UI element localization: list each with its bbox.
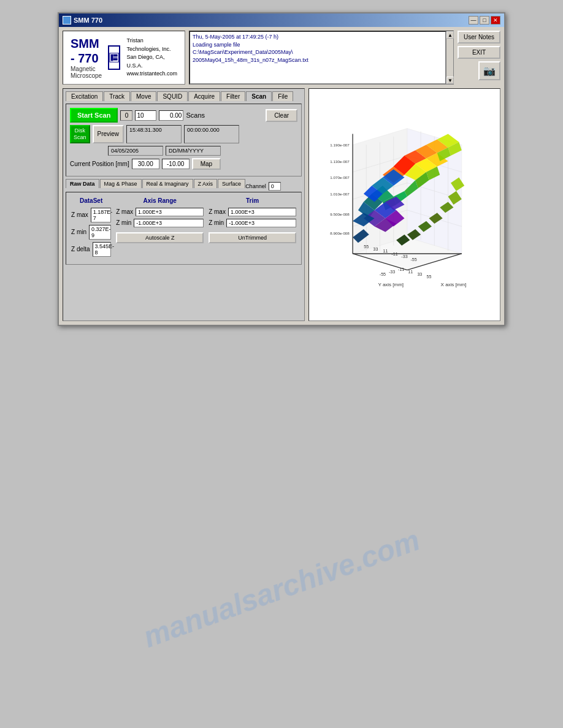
z-min-val: 0.327E-9 xyxy=(89,225,111,240)
log-scrollbar[interactable]: ▲ ▼ xyxy=(446,31,453,84)
main-tabs: Excitation Track Move SQUID Acquire Filt… xyxy=(66,91,302,101)
data-tab-mag[interactable]: Mag & Phase xyxy=(100,179,142,188)
window-body: SMM - 770 Magnetic Microscope Tristan Te… xyxy=(59,27,504,325)
z-max-axis-label: Z max xyxy=(116,208,133,215)
clear-button[interactable]: Clear xyxy=(266,109,297,122)
data-tab-raw[interactable]: Raw Data xyxy=(66,179,99,188)
channel-value: 0 xyxy=(269,182,281,191)
svg-text:1.190e-007: 1.190e-007 xyxy=(330,143,350,147)
tab-move[interactable]: Move xyxy=(131,91,156,101)
z-max-label: Z max xyxy=(71,211,88,218)
title-bar: SMM 770 — □ ✕ xyxy=(59,13,504,27)
tab-scan[interactable]: Scan xyxy=(246,91,272,101)
tab-track[interactable]: Track xyxy=(104,91,130,101)
tab-excitation[interactable]: Excitation xyxy=(66,91,103,101)
dataset-title: DataSet xyxy=(71,197,111,204)
tab-squid[interactable]: SQUID xyxy=(157,91,188,101)
tab-acquire[interactable]: Acquire xyxy=(188,91,220,101)
channel-label: Channel xyxy=(245,183,266,189)
date-end-date: DD/MM/YYYY xyxy=(166,146,221,156)
svg-text:33: 33 xyxy=(373,247,378,252)
close-button[interactable]: ✕ xyxy=(491,16,500,25)
date-start-date: 04/05/2005 xyxy=(108,146,163,156)
untrimmed-button[interactable]: UnTrimmed xyxy=(209,232,296,243)
start-scan-button[interactable]: Start Scan xyxy=(70,108,118,123)
z-max-trim-input[interactable] xyxy=(228,208,296,216)
z-max-trim-row: Z max xyxy=(209,208,296,216)
svg-rect-4 xyxy=(113,57,117,58)
data-tab-surface[interactable]: Surface xyxy=(218,179,245,188)
svg-text:-33: -33 xyxy=(389,270,395,275)
z-delta-val: 3.545E-8 xyxy=(93,242,112,257)
date-start-time: 15:48:31.300 xyxy=(126,125,182,143)
svg-text:8.900e-008: 8.900e-008 xyxy=(330,231,350,235)
map-button[interactable]: Map xyxy=(192,158,221,170)
minimize-button[interactable]: — xyxy=(469,16,478,25)
maximize-button[interactable]: □ xyxy=(480,16,489,25)
z-min-axis-input[interactable] xyxy=(134,219,204,227)
scan-progress-input[interactable] xyxy=(159,110,183,121)
camera-button[interactable]: 📷 xyxy=(478,61,500,80)
tab-file[interactable]: File xyxy=(272,91,293,101)
scan-prefix: 0 xyxy=(120,110,132,121)
data-tab-real[interactable]: Real & Imaginary xyxy=(142,179,193,188)
app-subtitle: Magnetic Microscope xyxy=(71,66,102,79)
app-name: SMM - 770 xyxy=(71,36,102,66)
svg-rect-2 xyxy=(113,55,113,57)
svg-text:11: 11 xyxy=(383,249,388,254)
z-min-axis-row: Z min xyxy=(116,219,204,227)
title-bar-buttons: — □ ✕ xyxy=(469,16,500,25)
company-city: San Diego, CA, U.S.A. xyxy=(126,53,177,70)
x-axis-label: X axis [mm] xyxy=(441,282,467,287)
scan-count-input[interactable] xyxy=(135,110,156,121)
position-label: Current Position [mm] xyxy=(70,161,129,167)
data-panel: DataSet Z max 1.187E-7 Z min 0.327E-9 Z … xyxy=(66,192,302,265)
z-min-trim-input[interactable] xyxy=(226,219,296,227)
scroll-up-btn[interactable]: ▲ xyxy=(446,31,454,39)
3d-plot-svg: 1.190e-007 1.130e-007 1.070e-007 1.010e-… xyxy=(309,89,500,320)
tab-filter[interactable]: Filter xyxy=(221,91,245,101)
scan-row-1: Start Scan 0 Scans Clear xyxy=(70,108,297,123)
autoscale-button[interactable]: Autoscale Z xyxy=(116,232,204,243)
svg-text:11: 11 xyxy=(408,270,413,275)
z-delta-label: Z delta xyxy=(71,246,90,252)
preview-button[interactable]: Preview xyxy=(93,125,124,143)
svg-rect-3 xyxy=(113,55,117,57)
top-section: SMM - 770 Magnetic Microscope Tristan Te… xyxy=(63,31,500,85)
svg-text:1.130e-007: 1.130e-007 xyxy=(330,159,350,164)
axis-range-title: Axis Range xyxy=(116,197,204,204)
z-max-axis-input[interactable] xyxy=(136,208,204,216)
svg-text:9.500e-008: 9.500e-008 xyxy=(330,212,350,216)
scans-label: Scans xyxy=(186,112,205,119)
position-x-input[interactable] xyxy=(132,159,159,169)
svg-text:-11: -11 xyxy=(391,252,397,257)
svg-rect-1 xyxy=(111,55,113,61)
camera-icon: 📷 xyxy=(483,66,496,76)
svg-rect-5 xyxy=(113,58,117,61)
disk-scan-button[interactable]: Disk Scan xyxy=(70,125,90,143)
log-line-1: Thu, 5-May-2005 at 17:49:25 (-7 h) xyxy=(193,33,443,41)
date-row: Disk Scan Preview 15:48:31.300 00:00:00.… xyxy=(70,125,297,143)
z-min-trim-row: Z min xyxy=(209,219,296,227)
exit-button[interactable]: EXIT xyxy=(458,46,500,59)
left-panel: Excitation Track Move SQUID Acquire Filt… xyxy=(63,88,305,321)
window-title: SMM 770 xyxy=(74,17,102,24)
main-area: Excitation Track Move SQUID Acquire Filt… xyxy=(63,88,500,321)
channel-row: Channel 0 xyxy=(245,182,281,191)
scan-controls: Start Scan 0 Scans Clear Disk Scan Previ… xyxy=(66,104,302,176)
log-line-2: Loading sample file xyxy=(193,41,443,49)
data-tab-zaxis[interactable]: Z Axis xyxy=(194,179,218,188)
trim-col: Trim Z max Z min UnTrimmed xyxy=(209,197,296,259)
svg-text:-55: -55 xyxy=(380,272,386,277)
user-notes-button[interactable]: User Notes xyxy=(458,31,500,44)
z-max-val: 1.187E-7 xyxy=(91,208,111,222)
z-min-row: Z min 0.327E-9 xyxy=(71,225,111,240)
scroll-track[interactable] xyxy=(446,39,453,77)
log-line-3: C:\MagScan\Experiment_Data\2005May\ xyxy=(193,48,443,56)
position-y-input[interactable] xyxy=(162,159,190,169)
scroll-down-btn[interactable]: ▼ xyxy=(446,77,454,84)
date-row-2: 04/05/2005 DD/MM/YYYY xyxy=(108,146,297,156)
data-tabs-wrapper: Raw Data Mag & Phase Real & Imaginary Z … xyxy=(66,179,302,191)
position-row: Current Position [mm] Map xyxy=(70,158,297,170)
svg-text:33: 33 xyxy=(417,272,422,277)
